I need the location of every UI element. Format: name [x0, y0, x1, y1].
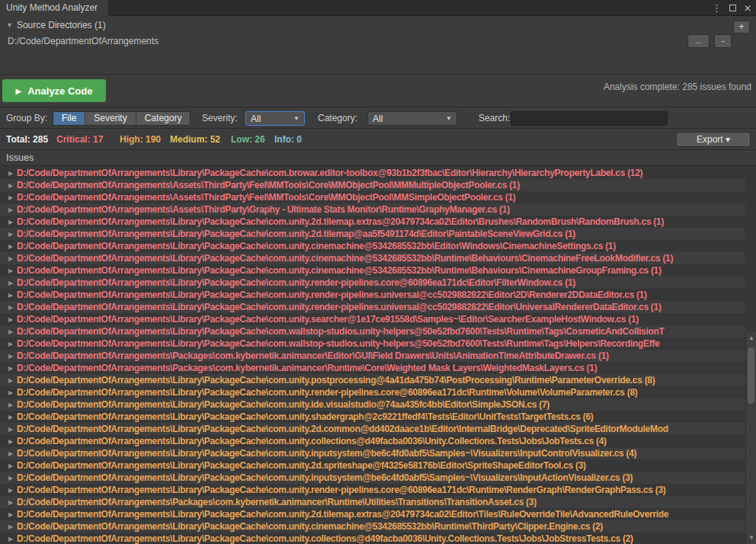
expand-triangle-icon[interactable]: ▶ — [5, 231, 17, 238]
expand-triangle-icon[interactable]: ▶ — [5, 206, 17, 213]
issue-row[interactable]: ▶ D:/Code/DepartmentOfArrangements\Libra… — [0, 228, 745, 240]
expand-triangle-icon[interactable]: ▶ — [5, 267, 17, 274]
low-count: Low: 26 — [231, 134, 265, 145]
issue-row-label: D:/Code/DepartmentOfArrangements\Library… — [17, 253, 673, 264]
issue-row[interactable]: ▶ D:/Code/DepartmentOfArrangements\Libra… — [0, 423, 745, 435]
expand-triangle-icon[interactable]: ▶ — [5, 438, 17, 445]
close-icon[interactable]: ✕ — [744, 4, 751, 13]
issue-row[interactable]: ▶ D:/Code/DepartmentOfArrangements\Libra… — [0, 508, 745, 520]
issue-row[interactable]: ▶ D:/Code/DepartmentOfArrangements\Libra… — [0, 398, 745, 411]
issue-row[interactable]: ▶ D:/Code/DepartmentOfArrangements\Libra… — [0, 277, 745, 289]
issue-row-label: D:/Code/DepartmentOfArrangements\Package… — [17, 350, 609, 361]
search-input[interactable] — [511, 111, 668, 126]
issue-row[interactable]: ▶ D:/Code/DepartmentOfArrangements\Asset… — [0, 191, 745, 203]
issue-row-label: D:/Code/DepartmentOfArrangements\Assets\… — [17, 192, 516, 203]
vertical-scrollbar[interactable]: ▲ ▼ — [745, 331, 756, 544]
issue-row[interactable]: ▶ D:/Code/DepartmentOfArrangements\Libra… — [0, 484, 745, 496]
expand-triangle-icon[interactable]: ▶ — [5, 182, 17, 189]
expand-triangle-icon[interactable]: ▶ — [5, 450, 17, 457]
issue-row[interactable]: ▶ D:/Code/DepartmentOfArrangements\Asset… — [0, 203, 745, 216]
issue-row[interactable]: ▶ D:/Code/DepartmentOfArrangements\Libra… — [0, 338, 745, 350]
issue-row[interactable]: ▶ D:/Code/DepartmentOfArrangements\Packa… — [0, 350, 745, 362]
expand-triangle-icon[interactable]: ▶ — [5, 462, 17, 469]
expand-triangle-icon[interactable]: ▶ — [5, 414, 17, 421]
expand-triangle-icon[interactable]: ▶ — [5, 194, 17, 201]
issue-row[interactable]: ▶ D:/Code/DepartmentOfArrangements\Libra… — [0, 216, 745, 228]
issue-row[interactable]: ▶ D:/Code/DepartmentOfArrangements\Libra… — [0, 374, 745, 386]
expand-triangle-icon[interactable]: ▶ — [5, 170, 17, 177]
group-by-label: Group By: — [6, 113, 47, 123]
issue-row-label: D:/Code/DepartmentOfArrangements\Library… — [17, 485, 665, 495]
issue-row[interactable]: ▶ D:/Code/DepartmentOfArrangements\Packa… — [0, 362, 745, 374]
issue-row[interactable]: ▶ D:/Code/DepartmentOfArrangements\Libra… — [0, 167, 745, 179]
issue-row[interactable]: ▶ D:/Code/DepartmentOfArrangements\Libra… — [0, 459, 745, 472]
expand-triangle-icon[interactable]: ▶ — [5, 328, 17, 335]
issue-row[interactable]: ▶ D:/Code/DepartmentOfArrangements\Libra… — [0, 313, 745, 325]
expand-triangle-icon[interactable]: ▶ — [5, 365, 17, 372]
total-count: Total: 285 — [6, 134, 48, 145]
severity-dropdown[interactable]: All ▼ — [245, 111, 305, 126]
analyze-code-button[interactable]: ▶ Analyze Code — [2, 79, 106, 102]
expand-triangle-icon[interactable]: ▶ — [5, 255, 17, 262]
issue-row[interactable]: ▶ D:/Code/DepartmentOfArrangements\Libra… — [0, 520, 745, 533]
add-directory-button[interactable]: + — [733, 21, 750, 34]
issue-row[interactable]: ▶ D:/Code/DepartmentOfArrangements\Asset… — [0, 179, 745, 191]
scroll-down-icon[interactable]: ▼ — [746, 533, 756, 542]
category-dropdown[interactable]: All ▼ — [367, 111, 457, 126]
window-tab[interactable]: Unity Method Analyzer — [0, 0, 108, 16]
kebab-menu-icon[interactable]: ⋮ — [712, 3, 722, 13]
expand-triangle-icon[interactable]: ▶ — [5, 243, 17, 250]
scroll-up-icon[interactable]: ▲ — [746, 333, 756, 343]
issue-row-label: D:/Code/DepartmentOfArrangements\Library… — [17, 326, 665, 337]
issue-row[interactable]: ▶ D:/Code/DepartmentOfArrangements\Libra… — [0, 301, 745, 313]
scrollbar-thumb[interactable] — [748, 347, 754, 404]
browse-directory-button[interactable]: ... — [687, 34, 710, 48]
severity-dropdown-value: All — [251, 114, 261, 124]
issue-row[interactable]: ▶ D:/Code/DepartmentOfArrangements\Libra… — [0, 435, 745, 447]
expand-triangle-icon[interactable]: ▶ — [5, 389, 17, 396]
expand-triangle-icon[interactable]: ▶ — [5, 475, 17, 482]
high-count: High: 190 — [120, 134, 161, 145]
expand-triangle-icon[interactable]: ▶ — [5, 536, 17, 542]
issue-row[interactable]: ▶ D:/Code/DepartmentOfArrangements\Libra… — [0, 472, 745, 484]
medium-count: Medium: 52 — [170, 134, 220, 145]
source-directory-path[interactable]: D:/Code/DepartmentOfArrangements — [8, 36, 159, 46]
issue-row[interactable]: ▶ D:/Code/DepartmentOfArrangements\Libra… — [0, 325, 745, 338]
expand-triangle-icon[interactable]: ▶ — [5, 341, 17, 347]
expand-triangle-icon[interactable]: ▶ — [5, 353, 17, 360]
group-by-file-button[interactable]: File — [53, 112, 85, 125]
issue-row[interactable]: ▶ D:/Code/DepartmentOfArrangements\Libra… — [0, 386, 745, 398]
expand-triangle-icon[interactable]: ▶ — [5, 402, 17, 408]
expand-triangle-icon[interactable]: ▶ — [5, 523, 17, 530]
analyze-code-label: Analyze Code — [27, 85, 92, 97]
expand-triangle-icon[interactable]: ▶ — [5, 426, 17, 433]
group-by-category-button[interactable]: Category — [136, 112, 191, 125]
expand-triangle-icon[interactable]: ▶ — [5, 280, 17, 286]
issue-row[interactable]: ▶ D:/Code/DepartmentOfArrangements\Libra… — [0, 240, 745, 252]
issue-row[interactable]: ▶ D:/Code/DepartmentOfArrangements\Libra… — [0, 264, 745, 277]
expand-triangle-icon[interactable]: ▶ — [5, 304, 17, 311]
issue-row-label: D:/Code/DepartmentOfArrangements\Library… — [17, 314, 639, 325]
issue-row[interactable]: ▶ D:/Code/DepartmentOfArrangements\Packa… — [0, 496, 745, 508]
issue-row-label: D:/Code/DepartmentOfArrangements\Library… — [17, 521, 603, 532]
expand-triangle-icon[interactable]: ▶ — [5, 219, 17, 226]
issue-row-label: D:/Code/DepartmentOfArrangements\Library… — [17, 290, 647, 300]
source-directories-foldout[interactable]: ▼ Source Directories (1) — [6, 20, 106, 30]
issue-row[interactable]: ▶ D:/Code/DepartmentOfArrangements\Libra… — [0, 411, 745, 423]
group-by-severity-button[interactable]: Severity — [85, 112, 136, 125]
expand-triangle-icon[interactable]: ▶ — [5, 499, 17, 506]
issue-row[interactable]: ▶ D:/Code/DepartmentOfArrangements\Libra… — [0, 533, 745, 544]
issue-row[interactable]: ▶ D:/Code/DepartmentOfArrangements\Libra… — [0, 447, 745, 459]
maximize-icon[interactable] — [729, 5, 736, 11]
issue-row[interactable]: ▶ D:/Code/DepartmentOfArrangements\Libra… — [0, 252, 745, 264]
expand-triangle-icon[interactable]: ▶ — [5, 377, 17, 384]
expand-triangle-icon[interactable]: ▶ — [5, 511, 17, 518]
expand-triangle-icon[interactable]: ▶ — [5, 487, 17, 494]
category-dropdown-value: All — [373, 114, 383, 124]
expand-triangle-icon[interactable]: ▶ — [5, 292, 17, 299]
expand-triangle-icon[interactable]: ▶ — [5, 316, 17, 323]
export-button[interactable]: Export ▾ — [676, 132, 751, 147]
remove-directory-button[interactable]: - — [714, 34, 732, 48]
issue-row[interactable]: ▶ D:/Code/DepartmentOfArrangements\Libra… — [0, 289, 745, 301]
issue-row-label: D:/Code/DepartmentOfArrangements\Assets\… — [17, 204, 510, 215]
